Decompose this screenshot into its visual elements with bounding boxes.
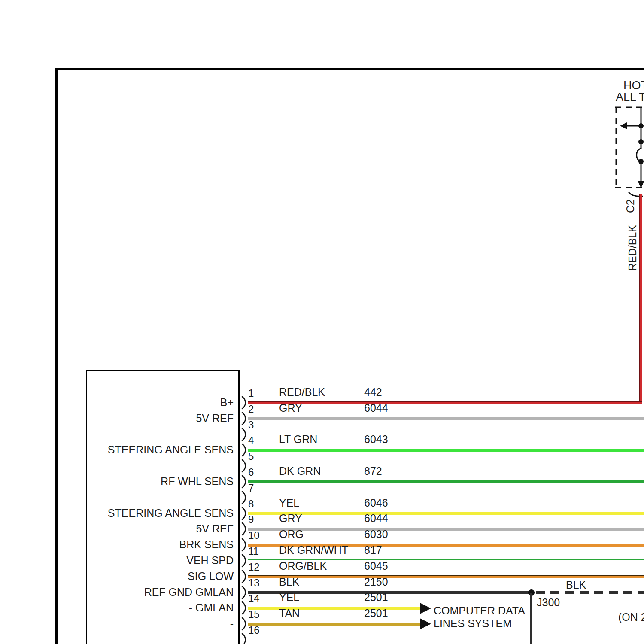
pin-4-circuit-label: 6043: [364, 433, 388, 445]
pin-6-circuit-label: 872: [364, 465, 382, 477]
ground-wire-dashed: [536, 591, 644, 594]
data-lines-label-1: COMPUTER DATA: [434, 605, 525, 617]
pin-2-circuit-label: 6044: [364, 402, 388, 414]
pin-2-wire: [248, 417, 644, 420]
pin-16-terminal-icon: [240, 632, 248, 644]
pin-5-terminal-icon: [240, 459, 248, 473]
pin-11-number: 11: [248, 546, 259, 557]
pin-9-wire: [248, 528, 644, 531]
splice-branch-wire: [530, 593, 532, 644]
junction-dot: [638, 139, 644, 144]
pin-8-label: STEERING ANGLE SENS: [88, 507, 234, 519]
pin-13-label: REF GND GMLAN: [88, 586, 234, 598]
pin-2-label: 5V REF: [88, 412, 234, 424]
junction-dot: [638, 123, 644, 128]
pin-8-wire-color-label: YEL: [279, 497, 299, 509]
left-arrow-icon: [620, 122, 627, 129]
pin-14-number: 14: [248, 593, 260, 604]
pin-12-terminal-icon: [240, 569, 248, 584]
feed-wire-vertical: [639, 194, 642, 404]
pin-15-label: -: [88, 617, 234, 629]
pin-13-terminal-icon: [240, 585, 248, 600]
pin-4-terminal-icon: [240, 443, 248, 457]
pin-4-wire-color-label: LT GRN: [279, 433, 317, 445]
pin-13-number: 13: [248, 577, 260, 589]
pin-12-label: SIG LOW: [88, 570, 234, 582]
pin-14-circuit-label: 2501: [364, 591, 388, 603]
feed-wire-color-label: RED/BLK: [626, 224, 638, 271]
pin-1-label: B+: [88, 396, 234, 408]
pin-9-circuit-label: 6044: [364, 512, 388, 524]
splice-label: J300: [537, 596, 560, 608]
pin-6-terminal-icon: [240, 474, 248, 489]
pin-1-number: 1: [248, 388, 254, 399]
data-lines-arrow-icon: [420, 618, 431, 629]
down-arrow-icon: [638, 181, 644, 188]
pin-4-wire: [248, 449, 644, 452]
pin-10-circuit-label: 6030: [364, 528, 388, 540]
hot-label-line1: HOT: [623, 79, 644, 91]
pin-14-terminal-icon: [240, 601, 248, 615]
pin-5-number: 5: [248, 451, 254, 462]
pin-14-wire-color-label: YEL: [279, 591, 299, 603]
pin-8-terminal-icon: [240, 506, 248, 521]
pin-1-wire-color-label: RED/BLK: [279, 386, 325, 398]
pin-11-label: VEH SPD: [88, 554, 234, 566]
pin-10-label: BRK SENS: [88, 538, 234, 550]
pin-9-wire-color-label: GRY: [279, 512, 302, 524]
pin-4-number: 4: [248, 435, 254, 446]
junction-dot: [638, 159, 644, 164]
pin-7-number: 7: [248, 483, 254, 494]
pin-12-wire-color-label: ORG/BLK: [279, 560, 327, 572]
pin-15-terminal-icon: [240, 617, 248, 631]
pin-11-wire-color-label: DK GRN/WHT: [279, 544, 348, 556]
pin-6-label: RF WHL SENS: [88, 475, 234, 487]
pin-14-label: - GMLAN: [88, 601, 234, 614]
pin-8-circuit-label: 6046: [364, 497, 388, 509]
pin-3-terminal-icon: [240, 427, 248, 442]
pin-15-wire-color-label: TAN: [279, 607, 300, 619]
pin-2-number: 2: [248, 404, 254, 415]
pin-15-wire: [248, 623, 420, 626]
data-lines-arrow-icon: [420, 603, 431, 614]
fuse-box: [615, 106, 644, 190]
ground-wire-color-label: BLK: [566, 579, 586, 591]
pin-6-wire: [248, 480, 644, 483]
hot-label-line2: ALL TI: [616, 91, 644, 103]
pin-12-wire: [248, 575, 644, 578]
pin-10-number: 10: [248, 530, 260, 541]
pin-13-wire-color-label: BLK: [279, 576, 299, 588]
pin-12-number: 12: [248, 562, 260, 573]
pin-1-circuit-label: 442: [364, 386, 382, 398]
pin-11-circuit-label: 817: [364, 544, 382, 556]
pin-10-terminal-icon: [240, 538, 248, 552]
pin-2-terminal-icon: [240, 411, 248, 426]
pin-12-circuit-label: 6045: [364, 560, 388, 572]
off-page-note: (ON 2: [618, 611, 644, 623]
pin-8-number: 8: [248, 498, 254, 510]
pin-8-wire: [248, 512, 644, 515]
c2-connector-label: C2: [624, 196, 636, 213]
pin-15-number: 15: [248, 609, 260, 620]
pin-9-number: 9: [248, 514, 254, 525]
pin-6-wire-color-label: DK GRN: [279, 465, 321, 477]
pin-14-wire: [248, 607, 420, 610]
pin-3-number: 3: [248, 419, 254, 431]
pin-11-terminal-icon: [240, 553, 248, 568]
pin-13-circuit-label: 2150: [364, 576, 388, 588]
pin-9-terminal-icon: [240, 522, 248, 536]
wiring-diagram-page: HOT ALL TI C2 RED/BLK B+1RED/BLK4425V RE…: [0, 0, 644, 644]
data-lines-label-2: LINES SYSTEM: [434, 617, 512, 629]
pin-7-terminal-icon: [240, 490, 248, 505]
pin-10-wire-color-label: ORG: [279, 528, 304, 540]
pin-1-wire: [248, 401, 642, 404]
pin-1-terminal-icon: [240, 395, 248, 410]
pin-2-wire-color-label: GRY: [279, 402, 302, 414]
pin-6-number: 6: [248, 467, 254, 478]
pin-15-circuit-label: 2501: [364, 607, 388, 619]
pin-16-number: 16: [248, 625, 260, 636]
pin-4-label: STEERING ANGLE SENS: [88, 444, 234, 456]
pin-9-label: 5V REF: [88, 522, 234, 535]
